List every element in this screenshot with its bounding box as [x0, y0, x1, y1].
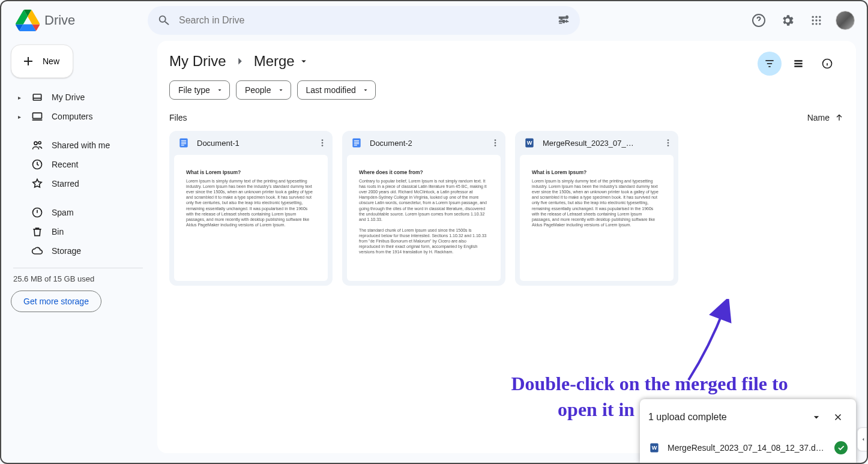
- sidebar-item-starred[interactable]: Starred: [11, 174, 145, 193]
- gdoc-icon: [351, 137, 363, 149]
- filter-lines-icon-fill: [764, 58, 776, 70]
- main-panel: My Drive Merge File type People: [157, 41, 856, 453]
- toast-close-button[interactable]: [828, 408, 848, 427]
- chip-label: People: [245, 85, 271, 95]
- chip-file-type[interactable]: File type: [169, 80, 230, 100]
- svg-point-5: [815, 19, 817, 21]
- caret-icon: ▸: [16, 94, 23, 101]
- side-panel-toggle[interactable]: [857, 427, 868, 451]
- svg-point-36: [495, 139, 496, 141]
- svg-point-7: [812, 23, 814, 25]
- sort-button[interactable]: Name: [807, 113, 844, 122]
- more-icon[interactable]: [317, 137, 328, 148]
- file-card[interactable]: Document-2 Where does it come from? Cont…: [342, 131, 505, 286]
- section-label: Files: [169, 113, 187, 122]
- sidebar-item-spam[interactable]: Spam: [11, 203, 145, 222]
- search-input[interactable]: [179, 15, 549, 26]
- cloud-icon: [31, 245, 43, 257]
- word-icon: W: [648, 442, 660, 454]
- file-thumbnail: What is Lorem Ipsum? Lorem Ipsum is simp…: [520, 155, 674, 281]
- svg-rect-32: [354, 140, 359, 141]
- sidebar-item-bin[interactable]: Bin: [11, 222, 145, 241]
- get-more-storage-button[interactable]: Get more storage: [11, 291, 101, 312]
- more-icon[interactable]: [490, 137, 501, 148]
- sidebar-item-label: Computers: [52, 112, 92, 121]
- close-icon: [833, 412, 843, 423]
- search-icon: [157, 14, 170, 27]
- toast-file-row[interactable]: W MergeResult_2023_07_14_08_12_37.d…: [640, 435, 856, 463]
- drive-logo-icon: [16, 8, 40, 32]
- annotation-arrow: [680, 299, 740, 383]
- bin-icon: [31, 226, 43, 238]
- info-button[interactable]: [815, 52, 839, 76]
- svg-point-37: [495, 142, 496, 144]
- sidebar-item-computers[interactable]: ▸ Computers: [11, 107, 145, 126]
- svg-rect-34: [354, 143, 359, 144]
- star-icon: [31, 178, 43, 190]
- more-icon[interactable]: [663, 137, 674, 148]
- sidebar-item-label: Starred: [52, 179, 79, 188]
- caret-icon: ▸: [16, 113, 23, 120]
- plus-icon: [21, 54, 35, 68]
- breadcrumb-current[interactable]: Merge: [254, 53, 309, 70]
- shared-icon: [31, 139, 43, 151]
- sidebar-item-label: Recent: [52, 160, 78, 169]
- search-bar[interactable]: [148, 6, 580, 35]
- apps-grid-icon: [810, 14, 822, 26]
- new-button-label: New: [43, 56, 59, 66]
- chip-last-modified[interactable]: Last modified: [297, 80, 376, 100]
- upload-success-icon: [834, 441, 848, 454]
- header: Drive: [1, 1, 867, 40]
- chip-people[interactable]: People: [236, 80, 291, 100]
- account-button[interactable]: [833, 8, 857, 32]
- file-thumbnail: What is Lorem Ipsum? Lorem Ipsum is simp…: [174, 155, 328, 281]
- svg-rect-25: [181, 142, 186, 142]
- svg-rect-33: [354, 142, 359, 142]
- svg-point-30: [322, 145, 324, 146]
- apps-button[interactable]: [804, 8, 828, 32]
- sidebar-item-recent[interactable]: Recent: [11, 155, 145, 174]
- svg-point-3: [819, 16, 821, 18]
- svg-point-42: [668, 142, 669, 144]
- sidebar-item-shared[interactable]: Shared with me: [11, 136, 145, 155]
- sidebar-item-my-drive[interactable]: ▸ My Drive: [11, 88, 145, 107]
- list-view-icon: [792, 58, 804, 70]
- svg-point-29: [322, 142, 324, 144]
- svg-point-4: [812, 19, 814, 21]
- svg-rect-19: [794, 60, 802, 62]
- filter-view-button[interactable]: [758, 52, 782, 76]
- logo-area[interactable]: Drive: [11, 8, 143, 32]
- gdoc-icon: [178, 137, 190, 149]
- avatar: [836, 11, 855, 30]
- section-header: Files Name: [169, 113, 844, 122]
- new-button[interactable]: New: [11, 44, 73, 78]
- settings-button[interactable]: [776, 8, 800, 32]
- svg-rect-26: [181, 143, 186, 144]
- list-view-button[interactable]: [786, 52, 810, 76]
- svg-rect-27: [181, 145, 184, 145]
- file-card[interactable]: Document-1 What is Lorem Ipsum? Lorem Ip…: [169, 131, 333, 286]
- gear-icon: [780, 13, 795, 28]
- file-grid: Document-1 What is Lorem Ipsum? Lorem Ip…: [169, 131, 844, 286]
- breadcrumb: My Drive Merge: [169, 53, 844, 70]
- search-options-icon[interactable]: [557, 14, 570, 27]
- breadcrumb-current-label: Merge: [254, 53, 295, 70]
- toast-file-name: MergeResult_2023_07_14_08_12_37.d…: [668, 443, 827, 453]
- main-toolbar: [758, 52, 839, 76]
- svg-point-28: [322, 139, 324, 141]
- chevron-down-icon: [298, 56, 309, 67]
- file-name: Document-1: [197, 139, 310, 148]
- file-card[interactable]: W MergeResult_2023_07_… What is Lorem Ip…: [515, 131, 678, 286]
- filter-chips: File type People Last modified: [169, 80, 844, 100]
- computers-icon: [31, 110, 43, 122]
- sidebar-item-label: Shared with me: [52, 140, 110, 150]
- breadcrumb-root[interactable]: My Drive: [169, 53, 226, 70]
- svg-text:W: W: [527, 140, 532, 146]
- sidebar: New ▸ My Drive ▸ Computers Shared with m…: [1, 40, 155, 312]
- toast-collapse-button[interactable]: [807, 408, 826, 427]
- svg-point-41: [668, 139, 669, 141]
- word-icon: W: [523, 137, 535, 149]
- help-button[interactable]: [747, 8, 771, 32]
- sidebar-item-storage[interactable]: Storage: [11, 241, 145, 261]
- info-icon: [821, 58, 833, 70]
